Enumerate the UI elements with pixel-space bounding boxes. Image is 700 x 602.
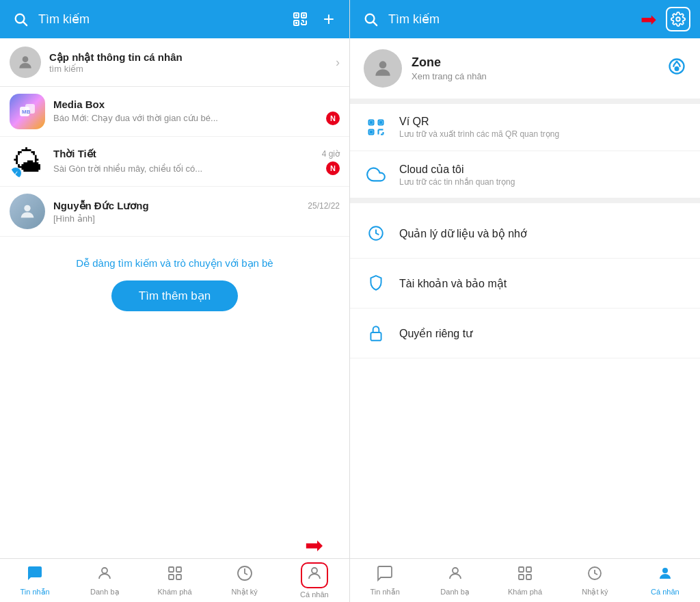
right-profile-section[interactable]: Zone Xem trang cá nhân (350, 38, 700, 104)
right-nav-tin-nhan[interactable]: Tin nhắn (350, 559, 420, 602)
right-nav-nhat-ky[interactable]: Nhật ký (560, 559, 630, 602)
weather-msg: Sài Gòn trời nhiều mây, chiều tối có... (53, 163, 202, 174)
svg-point-50 (662, 568, 668, 573)
left-bottom-nav: Tin nhắn Danh bạ Khám phá (0, 558, 349, 602)
right-nav-danh-ba[interactable]: Danh bạ (420, 559, 489, 602)
svg-point-19 (24, 205, 30, 211)
settings-gear-button[interactable] (666, 7, 690, 31)
vi-qr-content: Ví QR Lưu trữ và xuất trình các mã QR qu… (399, 116, 686, 139)
svg-rect-23 (169, 575, 174, 579)
right-nhat-ky-icon (587, 565, 603, 586)
media-box-name: Media Box (53, 99, 105, 110)
svg-point-28 (676, 17, 680, 21)
cloud-title: Cloud của tôi (399, 163, 686, 176)
find-friends-section: Dễ dàng tìm kiếm và trò chuyện với bạn b… (0, 237, 349, 325)
svg-rect-6 (303, 14, 305, 16)
weather-badge: N (326, 161, 340, 175)
right-nav-kham-pha[interactable]: Khám phá (490, 559, 560, 602)
right-profile-name: Zone (412, 55, 658, 70)
person-msg: [Hình ảnh] (53, 213, 95, 224)
svg-rect-45 (519, 567, 524, 572)
red-arrow-indicator: ➡ (305, 534, 323, 556)
weather-time: 4 giờ (322, 149, 340, 159)
tai-khoan-item[interactable]: Tài khoản và bảo mật (350, 259, 700, 309)
cloud-icon (364, 162, 388, 187)
right-kham-pha-icon (517, 565, 533, 586)
chevron-right-icon: › (336, 55, 340, 70)
svg-rect-5 (295, 14, 297, 16)
left-panel: Tìm kiếm + (0, 0, 350, 602)
vi-qr-title: Ví QR (399, 116, 686, 128)
right-ca-nhan-icon (657, 565, 673, 586)
shield-icon (364, 271, 388, 296)
standalone-menu: Quản lý dữ liệu và bộ nhớ Tài khoản và b… (350, 209, 700, 358)
svg-rect-36 (380, 122, 381, 123)
person-avatar (10, 194, 45, 229)
vi-qr-item[interactable]: Ví QR Lưu trữ và xuất trình các mã QR qu… (350, 104, 700, 151)
right-nav-label-nhat-ky: Nhật ký (582, 588, 608, 597)
add-icon[interactable]: + (318, 8, 340, 30)
quyen-rieng-tu-title: Quyền riêng tư (399, 327, 472, 340)
right-panel: Tìm kiếm ➡ Zone Xem trang cá nhân (350, 0, 700, 602)
quyen-rieng-tu-item[interactable]: Quyền riêng tư (350, 309, 700, 358)
list-item[interactable]: Nguyễn Đức Lương 25/12/22 [Hình ảnh] (0, 187, 349, 237)
right-search-icon[interactable] (360, 8, 381, 30)
svg-rect-7 (295, 22, 297, 24)
cloud-item[interactable]: Cloud của tôi Lưu trữ các tin nhắn quan … (350, 151, 700, 198)
cloud-sub: Lưu trữ các tin nhắn quan trọng (399, 177, 686, 187)
weather-name: Thời Tiết (53, 148, 96, 160)
svg-rect-37 (371, 131, 372, 133)
list-item[interactable]: 🌤 ✓ Thời Tiết 4 giờ Sài Gòn trời nhiều m… (0, 137, 349, 187)
svg-point-44 (453, 568, 458, 573)
nav-label-kham-pha: Khám phá (157, 588, 191, 596)
danh-ba-icon (96, 565, 113, 586)
weather-content: Thời Tiết 4 giờ Sài Gòn trời nhiều mây, … (53, 148, 340, 175)
ca-nhan-highlight-box (301, 562, 328, 588)
profile-sub: tìm kiếm (49, 64, 327, 74)
profile-edit-icon[interactable] (667, 57, 686, 80)
nav-item-tin-nhan[interactable]: Tin nhắn (0, 559, 70, 602)
left-search-label[interactable]: Tìm kiếm (38, 12, 282, 27)
vi-qr-sub: Lưu trữ và xuất trình các mã QR quan trọ… (399, 129, 686, 139)
weather-avatar: 🌤 ✓ (10, 144, 45, 179)
right-tin-nhan-icon (377, 565, 393, 586)
left-header: Tìm kiếm + (0, 0, 349, 38)
search-icon[interactable] (10, 8, 31, 30)
profile-row[interactable]: Cập nhật thông tin cá nhân tìm kiếm › (0, 38, 349, 87)
nav-item-danh-ba[interactable]: Danh bạ (70, 559, 139, 602)
find-friends-button[interactable]: Tìm thêm bạn (111, 280, 238, 311)
svg-point-29 (379, 61, 387, 68)
nav-item-ca-nhan-highlighted[interactable]: ➡ Cá nhân (280, 559, 349, 602)
profile-name: Cập nhật thông tin cá nhân (49, 51, 327, 64)
person-name: Nguyễn Đức Lương (53, 200, 149, 212)
list-item[interactable]: MB Media Box Báo Mới: Chạy đua với thời … (0, 87, 349, 137)
right-profile-sub: Xem trang cá nhân (412, 71, 658, 81)
quan-ly-item[interactable]: Quản lý dữ liệu và bộ nhớ (350, 209, 700, 259)
svg-rect-47 (519, 575, 524, 579)
media-box-avatar: MB (10, 94, 45, 129)
right-profile-info: Zone Xem trang cá nhân (412, 55, 658, 81)
nav-item-nhat-ky[interactable]: Nhật ký (210, 559, 280, 602)
right-danh-ba-icon (447, 565, 463, 586)
qr-scan-icon[interactable] (289, 8, 311, 30)
right-nav-ca-nhan[interactable]: Cá nhân (630, 559, 700, 602)
svg-rect-48 (526, 575, 531, 579)
svg-text:MB: MB (22, 109, 31, 115)
svg-line-27 (373, 22, 377, 25)
nav-label-ca-nhan: Cá nhân (300, 590, 329, 599)
svg-rect-46 (526, 567, 531, 572)
right-search-label[interactable]: Tìm kiếm (388, 12, 634, 27)
nav-item-kham-pha[interactable]: Khám phá (139, 559, 209, 602)
svg-point-25 (312, 568, 317, 573)
profile-info: Cập nhật thông tin cá nhân tìm kiếm (49, 51, 327, 74)
clock-icon (364, 221, 388, 246)
quan-ly-title: Quản lý dữ liệu và bộ nhớ (399, 227, 527, 240)
right-nav-label-danh-ba: Danh bạ (440, 588, 469, 597)
nav-label-nhat-ky: Nhật ký (232, 588, 258, 597)
right-bottom-nav: Tin nhắn Danh bạ Khám phá (350, 558, 700, 602)
kham-pha-icon (167, 565, 183, 586)
tai-khoan-title: Tài khoản và bảo mật (399, 277, 507, 290)
svg-rect-24 (176, 575, 181, 579)
red-arrow-gear: ➡ (641, 8, 656, 31)
nhat-ky-icon (237, 565, 253, 586)
